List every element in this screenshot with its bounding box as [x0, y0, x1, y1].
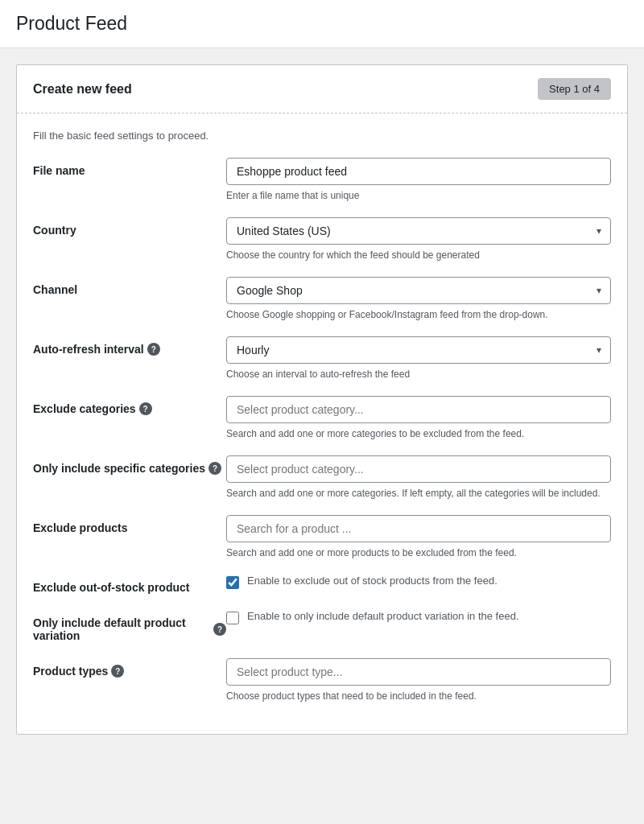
only-include-categories-label-col: Only include specific categories ? — [33, 455, 226, 475]
auto-refresh-select[interactable]: Hourly Daily Weekly — [226, 336, 611, 364]
country-hint: Choose the country for which the feed sh… — [226, 249, 611, 261]
only-include-categories-hint: Search and add one or more categories. I… — [226, 488, 611, 499]
step-badge: Step 1 of 4 — [538, 78, 611, 100]
country-label-col: Country — [33, 217, 226, 237]
country-control-col: United States (US) United Kingdom (UK) C… — [226, 217, 611, 261]
exclude-categories-label: Exclude categories ? — [33, 402, 226, 415]
auto-refresh-control-col: Hourly Daily Weekly ▾ Choose an interval… — [226, 336, 611, 380]
exclude-categories-hint: Search and add one or more categories to… — [226, 428, 611, 439]
main-content: Create new feed Step 1 of 4 Fill the bas… — [0, 48, 644, 751]
exclude-out-of-stock-checkbox[interactable] — [226, 576, 239, 589]
exclude-categories-row: Exclude categories ? Search and add one … — [33, 396, 611, 439]
product-types-help-icon[interactable]: ? — [111, 665, 124, 678]
exclude-products-input[interactable] — [226, 515, 611, 542]
file-name-input[interactable] — [226, 158, 611, 185]
auto-refresh-label: Auto-refresh interval ? — [33, 343, 226, 356]
channel-label-col: Channel — [33, 277, 226, 296]
exclude-products-label-col: Exclude products — [33, 515, 226, 534]
only-include-categories-row: Only include specific categories ? Searc… — [33, 455, 611, 499]
only-default-variation-label: Only include default product variation ? — [33, 616, 226, 642]
only-default-variation-label-col: Only include default product variation ? — [33, 610, 226, 642]
only-default-variation-control-col: Enable to only include default product v… — [226, 610, 611, 624]
only-default-variation-help-icon[interactable]: ? — [213, 623, 226, 636]
exclude-out-of-stock-checkbox-row: Enable to exclude out of stock products … — [226, 575, 611, 589]
file-name-control-col: Enter a file name that is unique — [226, 158, 611, 201]
product-types-row: Product types ? Choose product types tha… — [33, 658, 611, 702]
exclude-categories-label-col: Exclude categories ? — [33, 396, 226, 415]
section-description: Fill the basic feed settings to proceed. — [33, 130, 611, 142]
only-default-variation-checkbox[interactable] — [226, 612, 239, 624]
product-types-label-col: Product types ? — [33, 658, 226, 678]
card-body: Fill the basic feed settings to proceed.… — [17, 113, 627, 734]
exclude-out-of-stock-row: Exclude out-of-stock product Enable to e… — [33, 575, 611, 594]
country-row: Country United States (US) United Kingdo… — [33, 217, 611, 261]
file-name-hint: Enter a file name that is unique — [226, 190, 611, 201]
channel-select-wrapper: Google Shop Facebook/Instagram ▾ — [226, 277, 611, 304]
file-name-row: File name Enter a file name that is uniq… — [33, 158, 611, 201]
channel-control-col: Google Shop Facebook/Instagram ▾ Choose … — [226, 277, 611, 320]
page-title: Product Feed — [16, 13, 628, 35]
file-name-label: File name — [33, 164, 226, 177]
only-include-categories-input[interactable] — [226, 455, 611, 483]
create-feed-card: Create new feed Step 1 of 4 Fill the bas… — [16, 64, 628, 735]
only-include-categories-label: Only include specific categories ? — [33, 462, 226, 475]
country-select[interactable]: United States (US) United Kingdom (UK) C… — [226, 217, 611, 245]
auto-refresh-help-icon[interactable]: ? — [147, 343, 160, 356]
only-default-variation-row: Only include default product variation ?… — [33, 610, 611, 642]
channel-select[interactable]: Google Shop Facebook/Instagram — [226, 277, 611, 304]
auto-refresh-select-wrapper: Hourly Daily Weekly ▾ — [226, 336, 611, 364]
exclude-categories-input[interactable] — [226, 396, 611, 423]
auto-refresh-label-col: Auto-refresh interval ? — [33, 336, 226, 356]
exclude-products-label: Exclude products — [33, 521, 226, 534]
exclude-categories-control-col: Search and add one or more categories to… — [226, 396, 611, 439]
product-types-hint: Choose product types that need to be inc… — [226, 690, 611, 702]
exclude-categories-help-icon[interactable]: ? — [139, 402, 152, 415]
product-types-control-col: Choose product types that need to be inc… — [226, 658, 611, 702]
card-header-title: Create new feed — [33, 82, 132, 97]
exclude-out-of-stock-label-col: Exclude out-of-stock product — [33, 575, 226, 594]
exclude-products-control-col: Search and add one or more products to b… — [226, 515, 611, 558]
only-include-categories-help-icon[interactable]: ? — [208, 462, 221, 475]
exclude-out-of-stock-label: Exclude out-of-stock product — [33, 581, 226, 594]
country-select-wrapper: United States (US) United Kingdom (UK) C… — [226, 217, 611, 245]
exclude-out-of-stock-hint: Enable to exclude out of stock products … — [247, 575, 497, 587]
card-header: Create new feed Step 1 of 4 — [17, 65, 627, 113]
product-types-input[interactable] — [226, 658, 611, 686]
product-types-label: Product types ? — [33, 665, 226, 678]
auto-refresh-row: Auto-refresh interval ? Hourly Daily Wee… — [33, 336, 611, 380]
channel-row: Channel Google Shop Facebook/Instagram ▾… — [33, 277, 611, 320]
exclude-out-of-stock-control-col: Enable to exclude out of stock products … — [226, 575, 611, 589]
only-default-variation-checkbox-row: Enable to only include default product v… — [226, 610, 611, 624]
only-default-variation-hint: Enable to only include default product v… — [247, 610, 519, 622]
only-include-categories-control-col: Search and add one or more categories. I… — [226, 455, 611, 499]
channel-label: Channel — [33, 283, 226, 296]
page-title-bar: Product Feed — [0, 0, 644, 48]
exclude-products-hint: Search and add one or more products to b… — [226, 547, 611, 558]
exclude-products-row: Exclude products Search and add one or m… — [33, 515, 611, 558]
file-name-label-col: File name — [33, 158, 226, 177]
channel-hint: Choose Google shopping or Facebook/Insta… — [226, 309, 611, 320]
country-label: Country — [33, 224, 226, 237]
auto-refresh-hint: Choose an interval to auto-refresh the f… — [226, 369, 611, 380]
